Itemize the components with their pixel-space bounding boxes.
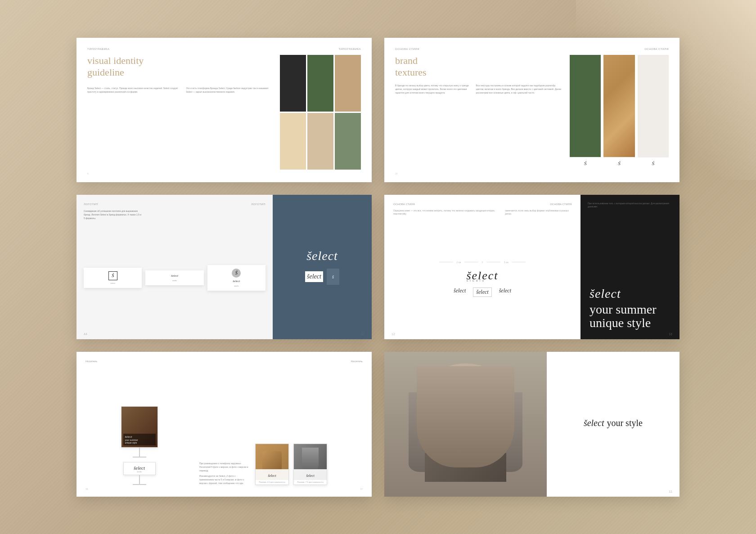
texture-logo-1: Ś	[584, 161, 587, 166]
texture-green: Ś	[570, 55, 601, 170]
slide5-label-left: Носитель	[86, 360, 97, 363]
slide3-big-logo: šelect	[306, 249, 338, 263]
slide4-dark-text: šelect your summer unique style	[590, 287, 657, 330]
slide3-label-right: ЛОГОТИП	[251, 203, 266, 206]
slide5-text: При размещении о телефона наружных Носит…	[199, 462, 249, 485]
slide-logo-mockups: ЛОГОТИП ЛОГОТИП Сновидения об успешном л…	[76, 195, 372, 339]
small-billboard-woman: šelect Реклама, 7 3 фото компоненты	[293, 444, 327, 485]
texture-logo-2: Ś	[618, 161, 621, 166]
slide1-body2: Это и есть платформа Бранда Select. Сред…	[186, 86, 274, 94]
texture-gold: Ś	[603, 55, 634, 170]
logo-circle: Ś	[232, 269, 241, 278]
slide5-small-billboards: šelect Реклама, 4 3 фото компоненты šele…	[255, 444, 363, 485]
slide4-right-text: При использовании того, с которым которо…	[588, 202, 672, 209]
slide2-page: 16	[395, 172, 398, 175]
slide1-title: visual identityguideline	[87, 55, 274, 79]
slide-brand-textures: ОСНОВА СТИЛЯ ОСНОВА СТИЛЯ brandtextures …	[384, 38, 680, 182]
slide2-body2: Все текстуры построены в основе которой …	[476, 84, 564, 94]
slide4-logo-variants: šelect šelect šelect	[454, 287, 511, 297]
slide2-label-left: ОСНОВА СТИЛЯ	[395, 48, 419, 50]
slide4-label-right: ОСНОВА СТИЛЯ	[550, 203, 572, 206]
logo-square: Ś	[108, 271, 117, 280]
slide5-label-right: Носитель	[351, 360, 363, 363]
slide2-label-right: ОСНОВА СТИЛЯ	[644, 48, 669, 50]
slide-visual-identity: ТИПОГРАФИКА ТИПОГРАФИКА visual identityg…	[76, 38, 372, 182]
slide3-small-logo: šelect	[305, 271, 323, 282]
slide3-header-text: Сновидения об успешном логотипе для выра…	[84, 209, 142, 220]
slide3-page-left: 44	[84, 332, 87, 336]
texture-logo-3: Ś	[652, 161, 655, 166]
slide4-text-right: замечается, если семь выбор формат опубл…	[505, 209, 572, 216]
slide-select-style: šelect your style 11	[384, 352, 680, 496]
slide3-tiny-logo: š	[327, 269, 339, 285]
slide1-page: 5	[87, 172, 89, 175]
billboard-photo: šelect your summerunique style	[121, 406, 158, 458]
slide6-page: 11	[669, 490, 672, 493]
photo-5	[307, 113, 333, 170]
slide6-style: your style	[607, 418, 642, 428]
photo-1	[280, 55, 306, 112]
slide5-page-right: 37	[360, 488, 363, 490]
slide2-title: brandtextures	[395, 55, 564, 79]
slide4-page-left: 12	[392, 332, 395, 336]
mockup-card-3: Ś šelect studio	[207, 265, 266, 291]
small-billboard-bag: šelect Реклама, 4 3 фото компоненты	[255, 444, 289, 485]
slide6-brand: šelect	[584, 418, 604, 428]
slide-billboards: Носитель Носитель šelect your summeruniq…	[76, 352, 372, 496]
slide4-main-logo: šelect studio	[466, 269, 498, 282]
slide4-text-left: Окрашена ниже — это все, что можем мотре…	[393, 209, 501, 216]
slide1-label-left: ТИПОГРАФИКА	[87, 48, 109, 50]
slide2-body1: В бренде по началу выбор цвета, потому ч…	[395, 84, 472, 94]
billboard-brand: šelect studio	[123, 462, 156, 485]
slide5-page-left: 36	[86, 488, 88, 490]
slide3-page-right: 11	[361, 332, 364, 336]
slide4-page-right: 13	[669, 332, 672, 336]
slide-select-summer: ОСНОВА СТИЛЯ ОСНОВА СТИЛЯ Окрашена ниже …	[384, 195, 680, 339]
slide1-label-right: ТИПОГРАФИКА	[339, 48, 361, 50]
slide1-body1: Бранд Select — стиль, статус. Прежде все…	[87, 86, 182, 94]
photo-3	[335, 55, 361, 112]
presentation-grid: ТИПОГРАФИКА ТИПОГРАФИКА visual identityg…	[76, 38, 680, 497]
mockup-card-2: šelect studio	[145, 270, 203, 285]
photo-6	[335, 113, 361, 170]
texture-marble: Ś	[638, 55, 669, 170]
slide6-text: šelect your style 11	[547, 352, 680, 496]
mockup-card-1: Ś šelect	[84, 268, 142, 288]
slide3-label-left: ЛОГОТИП	[84, 203, 98, 206]
slide4-label-left: ОСНОВА СТИЛЯ	[393, 203, 415, 206]
photo-4	[280, 113, 306, 170]
photo-2	[307, 55, 333, 112]
slide6-photo	[384, 352, 547, 496]
